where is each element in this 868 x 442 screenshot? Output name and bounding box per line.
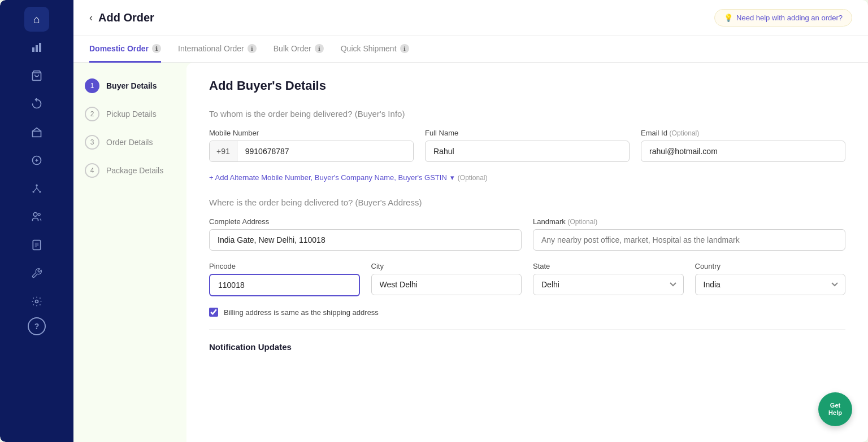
returns-icon[interactable] [24, 91, 49, 116]
step-2[interactable]: 2 Pickup Details [85, 107, 175, 121]
email-input[interactable] [641, 141, 845, 162]
tab-quick-label: Quick Shipment [341, 44, 397, 53]
address-label: Complete Address [209, 217, 522, 226]
back-button[interactable]: ‹ [89, 12, 93, 24]
billing-checkbox[interactable] [209, 308, 218, 317]
svg-rect-2 [39, 43, 41, 52]
tab-domestic-info: ℹ [152, 44, 161, 53]
tab-international-info: ℹ [248, 44, 257, 53]
country-label: Country [695, 262, 846, 270]
add-more-optional: (Optional) [458, 174, 488, 182]
step-3-num: 3 [85, 135, 99, 150]
mobile-prefix: +91 [210, 141, 237, 161]
svg-rect-0 [32, 47, 34, 52]
tools-icon[interactable] [24, 261, 49, 286]
landmark-label: Landmark (Optional) [533, 217, 845, 226]
notification-title: Notification Updates [209, 342, 845, 352]
tab-bulk-info: ℹ [315, 44, 324, 53]
email-label: Email Id (Optional) [641, 129, 845, 137]
svg-point-15 [36, 300, 38, 303]
pincode-group: Pincode [209, 262, 360, 296]
svg-point-10 [38, 213, 40, 216]
cart-icon[interactable] [24, 63, 49, 88]
tab-international[interactable]: International Order ℹ [178, 36, 257, 63]
location-row: Pincode City State Delhi Country Indi [209, 262, 845, 296]
tab-domestic[interactable]: Domestic Order ℹ [89, 36, 161, 63]
landmark-group: Landmark (Optional) [533, 217, 845, 251]
section-title: Add Buyer's Details [209, 78, 845, 93]
address-row: Complete Address Landmark (Optional) [209, 217, 845, 251]
tab-quick[interactable]: Quick Shipment ℹ [341, 36, 409, 63]
help-label: Need help with adding an order? [736, 14, 843, 22]
network-icon[interactable] [24, 176, 49, 201]
tab-quick-info: ℹ [400, 44, 409, 53]
tab-bulk[interactable]: Bulk Order ℹ [274, 36, 324, 63]
tabs-bar: Domestic Order ℹ International Order ℹ B… [73, 36, 868, 63]
warehouse-icon[interactable] [24, 120, 49, 145]
sidebar: ⌂ ? [0, 0, 73, 442]
country-group: Country India [695, 262, 846, 296]
mobile-group: Mobile Number +91 [209, 129, 414, 162]
fullname-group: Full Name [425, 129, 630, 162]
svg-point-7 [33, 191, 34, 192]
help-icon[interactable]: ? [28, 317, 46, 335]
mobile-input[interactable] [237, 141, 413, 161]
page-title: Add Order [98, 11, 154, 24]
header: ‹ Add Order 💡 Need help with adding an o… [73, 0, 868, 36]
svg-point-8 [39, 191, 41, 192]
add-more-link[interactable]: + Add Alternate Mobile Number, Buyer's C… [209, 173, 845, 182]
bag-icon[interactable] [24, 148, 49, 173]
fullname-input[interactable] [425, 141, 630, 162]
step-3-label: Order Details [106, 138, 153, 147]
step-4-num: 4 [85, 163, 99, 178]
mobile-input-wrapper: +91 [209, 141, 414, 162]
billing-checkbox-row: Billing address is same as the shipping … [209, 308, 845, 317]
users-icon[interactable] [24, 204, 49, 229]
svg-rect-1 [36, 45, 38, 52]
country-select[interactable]: India [695, 274, 846, 295]
tab-domestic-label: Domestic Order [89, 44, 149, 53]
address-input[interactable] [209, 229, 522, 251]
fullname-label: Full Name [425, 129, 630, 137]
email-group: Email Id (Optional) [641, 129, 845, 162]
state-group: State Delhi [533, 262, 684, 296]
help-icon-bulb: 💡 [724, 14, 733, 22]
state-select[interactable]: Delhi [533, 274, 684, 295]
content-area: 1 Buyer Details 2 Pickup Details 3 Order… [73, 63, 868, 442]
reports-icon[interactable] [24, 233, 49, 257]
delivery-heading: To whom is the order being delivered? (B… [209, 109, 845, 119]
help-button[interactable]: 💡 Need help with adding an order? [714, 9, 852, 27]
get-help-button[interactable]: GetHelp [818, 392, 852, 426]
city-group: City [371, 262, 522, 296]
chevron-down-icon: ▾ [450, 173, 454, 182]
header-left: ‹ Add Order [89, 11, 154, 24]
svg-point-9 [33, 213, 37, 217]
step-1[interactable]: 1 Buyer Details [85, 78, 175, 93]
address-heading: Where is the order being delivered to? (… [209, 198, 845, 207]
form-area: Add Buyer's Details To whom is the order… [186, 63, 868, 442]
billing-checkbox-label: Billing address is same as the shipping … [224, 308, 379, 317]
city-input[interactable] [371, 274, 522, 295]
step-1-label: Buyer Details [106, 81, 157, 90]
main-area: ‹ Add Order 💡 Need help with adding an o… [73, 0, 868, 442]
step-4[interactable]: 4 Package Details [85, 163, 175, 178]
pincode-label: Pincode [209, 262, 360, 270]
section-divider [209, 329, 845, 330]
city-label: City [371, 262, 522, 270]
step-2-label: Pickup Details [106, 110, 157, 119]
step-3[interactable]: 3 Order Details [85, 135, 175, 150]
add-more-text: + Add Alternate Mobile Number, Buyer's C… [209, 173, 447, 182]
steps-panel: 1 Buyer Details 2 Pickup Details 3 Order… [73, 63, 186, 442]
home-icon[interactable]: ⌂ [24, 7, 49, 32]
address-group: Complete Address [209, 217, 522, 251]
landmark-input[interactable] [533, 229, 845, 251]
buyer-info-row: Mobile Number +91 Full Name Email Id (Op… [209, 129, 845, 162]
pincode-input[interactable] [209, 274, 360, 296]
settings-icon[interactable] [24, 289, 49, 314]
step-1-num: 1 [85, 78, 99, 93]
step-2-num: 2 [85, 107, 99, 121]
svg-rect-4 [33, 131, 41, 137]
mobile-label: Mobile Number [209, 129, 414, 137]
analytics-icon[interactable] [24, 35, 49, 60]
get-help-label: GetHelp [828, 402, 842, 417]
